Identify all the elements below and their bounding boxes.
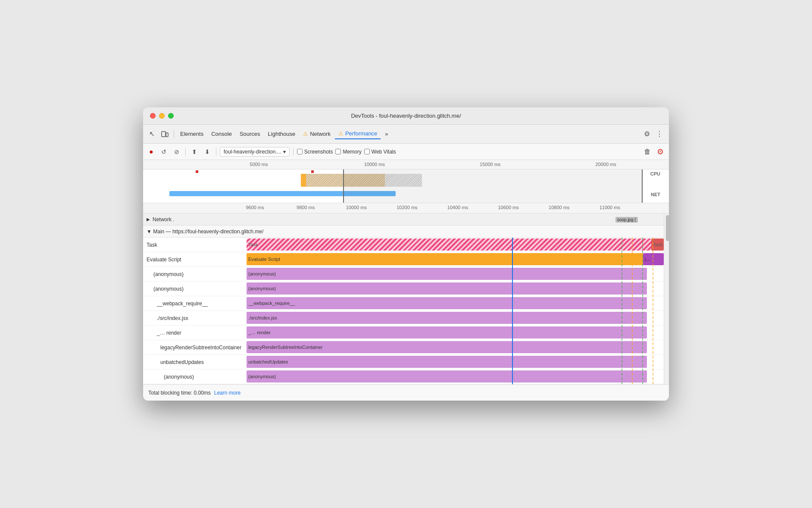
vertical-scrollbar[interactable]	[664, 213, 669, 384]
tick-10000: 10000 ms	[364, 162, 385, 167]
overview-selection[interactable]	[343, 169, 643, 203]
rec-separator-3	[293, 148, 294, 156]
close-button[interactable]	[150, 113, 156, 119]
network-bars: soop.jpg (	[299, 216, 637, 223]
overview-area[interactable]: CPU NET	[143, 169, 669, 203]
evaluate-bar-2[interactable]: L...	[643, 253, 664, 265]
device-icon[interactable]	[158, 129, 171, 140]
tab-performance[interactable]: ⚠ Performance	[335, 129, 381, 139]
timeline-ruler: 5000 ms 10000 ms 15000 ms 20000 ms	[143, 160, 669, 169]
flame-row-evaluate[interactable]: Evaluate Script Evaluate Script L...	[143, 252, 664, 267]
flame-area: ▶ Network . soop.jpg ( ▼ Main — https://…	[143, 213, 664, 384]
flame-label-src: ./src/index.jsx	[143, 311, 247, 325]
export-button[interactable]: ⬇	[202, 147, 212, 157]
memory-checkbox-group[interactable]: Memory	[335, 149, 361, 155]
gear-icon[interactable]: ⚙	[641, 128, 653, 140]
scale-tick-11000: 11000 ms	[600, 205, 620, 210]
main-section-label: ▼ Main — https://foul-heavenly-direction…	[147, 229, 263, 235]
flame-bars-task: Task Task	[247, 238, 664, 252]
cursor-icon[interactable]: ↖	[147, 128, 157, 140]
svg-rect-0	[162, 132, 166, 137]
tab-console[interactable]: Console	[208, 129, 235, 139]
chevron-down-icon: ▾	[283, 149, 286, 155]
flame-label-render: _… render	[143, 326, 247, 340]
tab-more[interactable]: »	[381, 129, 391, 139]
render-bar[interactable]: _… render	[247, 326, 647, 339]
scrollbar-thumb[interactable]	[666, 215, 669, 241]
flame-label-evaluate: Evaluate Script	[143, 252, 247, 267]
anon-bar-1[interactable]: (anonymous)	[247, 268, 647, 280]
unbatched-bar[interactable]: unbatchedUpdates	[247, 356, 647, 368]
flame-row-anon-3[interactable]: (anonymous) (anonymous)	[143, 370, 664, 384]
flame-bars-webpack: __webpack_require__	[247, 296, 664, 310]
tick-15000: 15000 ms	[480, 162, 500, 167]
learn-more-link[interactable]: Learn more	[214, 390, 240, 396]
toolbar-separator-1	[174, 130, 174, 138]
anon-bar-3[interactable]: (anonymous)	[247, 370, 647, 383]
scale-ticks-container: 9600 ms 9800 ms 10000 ms 10200 ms 10400 …	[247, 203, 669, 213]
flame-bars-anon-2: (anonymous)	[247, 282, 664, 296]
more-vert-icon[interactable]: ⋮	[653, 128, 665, 140]
flame-bars-anon-3: (anonymous)	[247, 370, 664, 384]
flame-label-webpack: __webpack_require__	[143, 296, 247, 310]
import-button[interactable]: ⬆	[189, 147, 200, 157]
title-bar: DevTools - foul-heavenly-direction.glitc…	[143, 107, 669, 125]
timeline-overview[interactable]: 5000 ms 10000 ms 15000 ms 20000 ms CPU N…	[143, 160, 669, 203]
scale-tick-10400: 10400 ms	[447, 205, 468, 210]
flame-label-unbatched: unbatchedUpdates	[143, 355, 247, 369]
cpu-label: CPU	[650, 171, 660, 176]
web-vitals-checkbox-group[interactable]: Web Vitals	[364, 149, 396, 155]
recording-toolbar: ● ↺ ⊘ ⬆ ⬇ foul-heavenly-direction.... ▾ …	[143, 144, 669, 160]
screenshots-checkbox[interactable]	[297, 149, 303, 154]
src-bar[interactable]: ./src/index.jsx	[247, 312, 647, 324]
flame-row-src[interactable]: ./src/index.jsx ./src/index.jsx	[143, 311, 664, 326]
net-label: NET	[651, 192, 660, 197]
tab-sources[interactable]: Sources	[236, 129, 264, 139]
performance-warning-icon: ⚠	[338, 130, 344, 137]
tab-lighthouse[interactable]: Lighthouse	[265, 129, 299, 139]
maximize-button[interactable]	[168, 113, 174, 119]
trash-button[interactable]: 🗑	[642, 146, 653, 157]
tab-elements[interactable]: Elements	[177, 129, 207, 139]
task-bar[interactable]: Task	[247, 238, 651, 251]
record-button[interactable]: ●	[147, 146, 156, 157]
rec-separator-1	[185, 148, 186, 156]
blocking-time-text: Total blocking time: 0.00ms	[148, 390, 211, 396]
memory-checkbox[interactable]	[335, 149, 341, 154]
legacy-bar[interactable]: legacyRenderSubtreeIntoContainer	[247, 341, 647, 353]
reload-button[interactable]: ↺	[159, 147, 169, 157]
scale-tick-9600: 9600 ms	[246, 205, 264, 210]
flame-row-anon-2[interactable]: (anonymous) (anonymous)	[143, 282, 664, 296]
flame-label-anon-2: (anonymous)	[143, 282, 247, 296]
scale-tick-10600: 10600 ms	[498, 205, 518, 210]
svg-rect-1	[166, 133, 168, 137]
flame-bars-unbatched: unbatchedUpdates	[247, 355, 664, 369]
main-section-header[interactable]: ▼ Main — https://foul-heavenly-direction…	[143, 226, 664, 238]
url-select[interactable]: foul-heavenly-direction.... ▾	[220, 147, 290, 157]
minimize-button[interactable]	[159, 113, 165, 119]
anon-bar-2[interactable]: (anonymous)	[247, 282, 647, 295]
settings-red-button[interactable]: ⚙	[655, 145, 665, 158]
evaluate-bar[interactable]: Evaluate Script	[247, 253, 643, 265]
flame-row-unbatched[interactable]: unbatchedUpdates unbatchedUpdates	[143, 355, 664, 370]
flame-row-task[interactable]: Task Task Task	[143, 238, 664, 252]
webpack-bar[interactable]: __webpack_require__	[247, 297, 647, 309]
screenshots-checkbox-group[interactable]: Screenshots	[297, 149, 333, 155]
window-title: DevTools - foul-heavenly-direction.glitc…	[351, 113, 461, 119]
network-section-header[interactable]: ▶ Network . soop.jpg (	[143, 213, 664, 226]
flame-label-legacy: legacyRenderSubtreeIntoContainer	[143, 340, 247, 354]
flame-row-webpack[interactable]: __webpack_require__ __webpack_require__	[143, 296, 664, 311]
flame-row-render[interactable]: _… render _… render	[143, 326, 664, 340]
soop-jpg-label: soop.jpg (	[615, 217, 638, 223]
task-bar-2[interactable]: Task	[651, 238, 664, 251]
clear-button[interactable]: ⊘	[172, 147, 182, 157]
timeline-scale: 9600 ms 9800 ms 10000 ms 10200 ms 10400 …	[143, 203, 669, 213]
tab-network[interactable]: ⚠ Network	[300, 129, 334, 139]
flame-row-legacy[interactable]: legacyRenderSubtreeIntoContainer legacyR…	[143, 340, 664, 355]
web-vitals-checkbox[interactable]	[364, 149, 370, 154]
scale-tick-10200: 10200 ms	[397, 205, 417, 210]
network-expand-icon[interactable]: ▶	[147, 217, 150, 222]
flame-bars-render: _… render	[247, 326, 664, 340]
main-toolbar: ↖ Elements Console Sources Lighthouse ⚠ …	[143, 125, 669, 144]
flame-row-anon-1[interactable]: (anonymous) (anonymous)	[143, 267, 664, 282]
